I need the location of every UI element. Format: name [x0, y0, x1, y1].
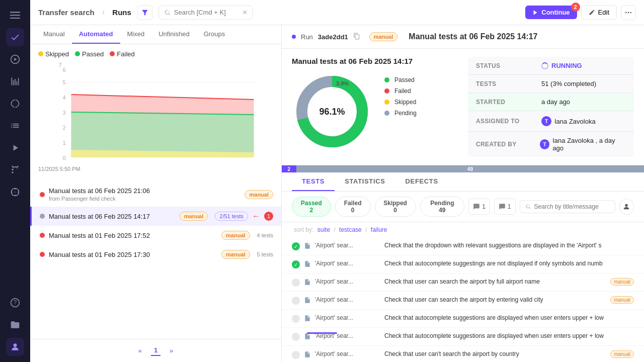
tests-tabs: TESTS STATISTICS DEFECTS [282, 172, 644, 192]
sort-failure[interactable]: failure [371, 226, 387, 233]
tab-groups[interactable]: Groups [197, 25, 232, 44]
donut-legend: Passed Failed Skipped Pending [384, 71, 417, 122]
tab-mixed[interactable]: Mixed [120, 25, 152, 44]
search-clear-icon[interactable]: × [243, 8, 247, 17]
continue-badge: 2 [571, 3, 580, 12]
copy-icon[interactable] [353, 33, 360, 41]
test-item[interactable]: 'Airport' sear... Check that autocomplet… [282, 328, 644, 346]
pagination-prev[interactable]: « [135, 346, 145, 355]
svg-text:1: 1 [63, 140, 66, 146]
stat-status: Status RUNNING [468, 57, 634, 75]
chart-x-label: 11/2025 5:50 PM [38, 166, 273, 172]
filter-failed[interactable]: Failed 0 [335, 197, 371, 217]
stat-tests-value: 51 (3% completed) [541, 80, 596, 87]
left-panel: Manual Automated Mixed Unfinished Groups… [30, 25, 282, 362]
sidebar-menu-icon[interactable] [6, 6, 24, 24]
run-details: Manual tests at 06 Feb 2025 14:17 [282, 49, 644, 165]
test-file-icon [304, 315, 311, 322]
sidebar-item-lines[interactable] [6, 117, 24, 135]
run-title: Manual tests at 06 Feb 2025 21:06 [49, 187, 240, 195]
svg-point-32 [625, 204, 628, 207]
sidebar-item-chart[interactable] [6, 72, 24, 90]
test-item[interactable]: 'Airport' sear... Check that user can se… [282, 292, 644, 310]
pagination-next[interactable]: » [167, 346, 176, 355]
test-item[interactable]: ✓ 'Airport' sear... Check that the dropd… [282, 237, 644, 255]
run-item[interactable]: Manual tests at 01 Feb 2025 17:52 manual… [30, 226, 281, 245]
progress-section: 2 49 [282, 165, 644, 172]
test-item[interactable]: 'Airport' sear... Check that user can't … [282, 346, 644, 362]
avatar-created: T [540, 139, 549, 149]
comment-filter-2[interactable]: 1 [494, 199, 516, 215]
filter-passed[interactable]: Passed 2 [292, 197, 331, 217]
run-status-dot [40, 252, 45, 257]
svg-text:2: 2 [63, 125, 66, 131]
svg-rect-2 [10, 18, 20, 19]
sidebar-user-avatar[interactable] [6, 338, 24, 356]
run-stats: Status RUNNING Tests 51 (3% completed) S… [468, 57, 634, 157]
edit-button[interactable]: Edit [581, 5, 617, 20]
sidebar-item-play[interactable] [6, 50, 24, 68]
test-status-pending [292, 279, 300, 287]
test-search-input[interactable] [534, 203, 610, 210]
sidebar: ? [0, 0, 30, 362]
sort-suite[interactable]: suite [317, 226, 330, 233]
stat-created-value: T Iana Zavoloka , a day ago [540, 137, 626, 152]
sidebar-item-help[interactable]: ? [6, 294, 24, 312]
test-item[interactable]: 'Airport' sear... Check that user can se… [282, 274, 644, 292]
svg-marker-8 [534, 10, 537, 15]
run-item-selected[interactable]: Manual tests at 06 Feb 2025 14:17 manual… [30, 207, 281, 226]
filter-button[interactable] [137, 5, 152, 20]
stat-started-value: a day ago [541, 98, 570, 106]
test-name: 'Airport' sear... [315, 350, 380, 357]
test-item[interactable]: 'Airport' sear... Check that autocomplet… [282, 310, 644, 328]
chart-legend: Skipped Passed Failed [38, 50, 273, 58]
svg-marker-4 [14, 58, 17, 61]
search-input[interactable] [174, 9, 239, 16]
tab-manual[interactable]: Manual [36, 25, 72, 44]
filter-row: Passed 2 Failed 0 Skipped 0 Pending 49 1 [282, 192, 644, 222]
global-search[interactable]: × [158, 6, 253, 20]
more-button[interactable] [621, 5, 636, 20]
legend-skipped: Skipped [394, 99, 416, 106]
svg-text:3: 3 [63, 110, 66, 116]
sort-testcase[interactable]: testcase [339, 226, 362, 233]
svg-rect-0 [10, 12, 20, 13]
sidebar-item-check[interactable] [6, 28, 24, 46]
test-name: 'Airport' sear... [315, 296, 380, 303]
test-item[interactable]: ✓ 'Airport' sear... Check that autocompl… [282, 255, 644, 274]
test-search[interactable] [520, 200, 615, 213]
test-status-pending [292, 297, 300, 305]
sidebar-item-settings[interactable] [6, 183, 24, 201]
tab-unfinished[interactable]: Unfinished [151, 25, 196, 44]
breadcrumb-sep: / [103, 9, 105, 16]
test-status-pending [292, 315, 300, 323]
sidebar-item-arrow-right[interactable] [6, 139, 24, 157]
sidebar-item-folder[interactable] [6, 316, 24, 334]
test-file-icon [304, 242, 311, 249]
tab-tests[interactable]: TESTS [292, 172, 335, 191]
sidebar-item-runs[interactable] [6, 95, 24, 113]
user-filter-icon[interactable] [619, 199, 634, 215]
run-item[interactable]: Manual tests at 01 Feb 2025 17:30 manual… [30, 245, 281, 264]
legend-failed: Failed [394, 87, 411, 95]
filter-skipped[interactable]: Skipped 0 [375, 197, 416, 217]
avatar-assigned: T [541, 116, 551, 126]
test-status-pending [292, 333, 300, 341]
sidebar-item-branch[interactable] [6, 161, 24, 179]
run-info: Manual tests at 01 Feb 2025 17:52 [49, 232, 217, 239]
run-status-dot [40, 233, 45, 238]
run-alert-num: 1 [264, 212, 273, 221]
test-name: 'Airport' sear... [315, 260, 380, 267]
run-info: Manual tests at 06 Feb 2025 14:17 [49, 213, 176, 220]
project-title: Transfer search [38, 8, 95, 17]
tab-defects[interactable]: DEFECTS [395, 172, 448, 191]
comment-filter-1[interactable]: 1 [468, 199, 490, 215]
tab-statistics[interactable]: STATISTICS [335, 172, 395, 191]
run-item[interactable]: Manual tests at 06 Feb 2025 21:06 from P… [30, 182, 281, 207]
chart-area: Skipped Passed Failed 0 1 2 3 4 5 6 7 [30, 44, 281, 178]
chart-svg: 0 1 2 3 4 5 6 7 [38, 62, 273, 162]
tab-automated[interactable]: Automated [72, 25, 120, 44]
donut-chart: 96.1% 3.9% [292, 71, 372, 152]
filter-pending[interactable]: Pending 49 [420, 197, 465, 217]
continue-button[interactable]: Continue 2 [525, 6, 577, 19]
